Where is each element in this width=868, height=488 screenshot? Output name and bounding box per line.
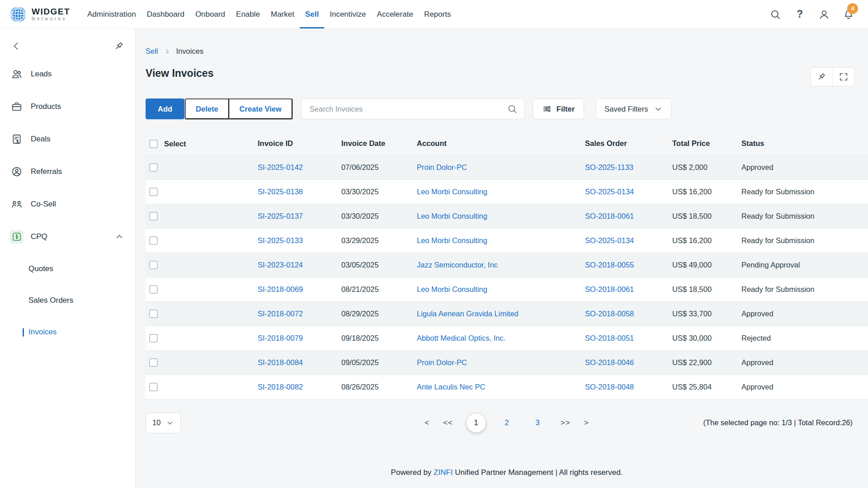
- row-checkbox[interactable]: [149, 285, 158, 294]
- invoice-id-link[interactable]: SI-2023-0124: [258, 261, 303, 269]
- account-link[interactable]: Proin Dolor-PC: [417, 163, 467, 171]
- first-page-button[interactable]: <<: [443, 418, 453, 427]
- account-link[interactable]: Leo Morbi Consulting: [417, 285, 487, 293]
- create-view-button[interactable]: Create View: [229, 99, 292, 119]
- next-page-button[interactable]: >: [584, 418, 589, 427]
- user-icon[interactable]: [818, 9, 830, 20]
- delete-button[interactable]: Delete: [185, 99, 229, 119]
- filter-button[interactable]: Filter: [533, 99, 584, 119]
- account-link[interactable]: Abbott Medical Optics, Inc.: [417, 334, 505, 342]
- status: Rejected: [741, 334, 771, 342]
- sales-order-link[interactable]: SO-2018-0055: [585, 261, 634, 269]
- status: Approved: [741, 383, 774, 391]
- saved-filters-button[interactable]: Saved Filters: [596, 99, 671, 119]
- invoice-id-link[interactable]: SI-2025-0137: [258, 212, 303, 220]
- sales-order-link[interactable]: SO-2018-0061: [585, 285, 634, 293]
- invoice-id-link[interactable]: SI-2018-0084: [258, 358, 303, 366]
- row-checkbox[interactable]: [149, 383, 158, 391]
- nav-item-dashboard[interactable]: Dashboard: [142, 0, 190, 28]
- sales-order-link[interactable]: SO-2025-0134: [585, 236, 634, 244]
- sidebar-item-invoices[interactable]: Invoices: [0, 316, 135, 348]
- row-checkbox[interactable]: [149, 334, 158, 343]
- row-checkbox[interactable]: [149, 163, 158, 172]
- invoice-id-link[interactable]: SI-2018-0079: [258, 334, 303, 342]
- search-input[interactable]: [310, 105, 507, 113]
- sidebar-item-label: Quotes: [28, 264, 53, 273]
- chevron-down-icon: [166, 419, 174, 427]
- row-checkbox[interactable]: [149, 236, 158, 245]
- row-checkbox[interactable]: [149, 261, 158, 269]
- sidebar-item-leads[interactable]: Leads: [0, 58, 135, 90]
- account-link[interactable]: Jazz Semiconductor, Inc: [417, 261, 498, 269]
- sales-order-link[interactable]: SO-2025-0134: [585, 188, 634, 196]
- page-size-select[interactable]: 10: [146, 413, 181, 433]
- invoice-row: SI-2018-008208/26/2025Ante Laculis Nec P…: [146, 375, 868, 399]
- sidebar-item-quotes[interactable]: Quotes: [0, 253, 135, 285]
- sales-order-link[interactable]: SO-2018-0051: [585, 334, 634, 342]
- pin-sidebar-icon[interactable]: [113, 41, 124, 52]
- invoice-id-link[interactable]: SI-2018-0069: [258, 285, 303, 293]
- column-header-select: Select: [146, 132, 254, 155]
- breadcrumb-parent[interactable]: Sell: [146, 47, 158, 56]
- invoice-id-link[interactable]: SI-2018-0082: [258, 383, 303, 391]
- invoice-id-link[interactable]: SI-2025-0133: [258, 236, 303, 244]
- sidebar-item-label: CPQ: [31, 232, 47, 241]
- sidebar-item-cpq[interactable]: CPQ: [0, 221, 135, 253]
- nav-item-onboard[interactable]: Onboard: [190, 0, 231, 28]
- nav-item-market[interactable]: Market: [265, 0, 300, 28]
- prev-page-button[interactable]: <: [425, 418, 429, 427]
- sales-order-link[interactable]: SO-2018-0046: [585, 358, 634, 366]
- account-link[interactable]: Leo Morbi Consulting: [417, 188, 487, 196]
- nav-item-reports[interactable]: Reports: [419, 0, 457, 28]
- pin-page-button[interactable]: [811, 68, 832, 86]
- select-all-checkbox[interactable]: [149, 140, 158, 148]
- brand-logo[interactable]: WIDGET Networks: [9, 0, 70, 28]
- account-link[interactable]: Ligula Aenean Gravida Limited: [417, 310, 519, 318]
- status: Ready for Submission: [741, 236, 814, 244]
- nav-item-incentivize[interactable]: Incentivize: [324, 0, 371, 28]
- sidebar-item-referrals[interactable]: Referrals: [0, 155, 135, 188]
- bell-icon[interactable]: 4: [843, 9, 854, 20]
- nav-item-administration[interactable]: Administration: [82, 0, 142, 28]
- invoice-id-link[interactable]: SI-2025-0142: [258, 163, 303, 171]
- sales-order-link[interactable]: SO-2018-0048: [585, 383, 634, 391]
- invoice-id-link[interactable]: SI-2018-0072: [258, 310, 303, 318]
- invoice-id-link[interactable]: SI-2025-0138: [258, 188, 303, 196]
- search-icon[interactable]: [769, 9, 781, 20]
- invoice-date: 08/21/2025: [341, 285, 379, 293]
- next-group-button[interactable]: >>: [561, 418, 571, 427]
- footer-brand-link[interactable]: ZINFI: [434, 468, 453, 477]
- account-link[interactable]: Leo Morbi Consulting: [417, 236, 487, 244]
- total-price: US$ 16,200: [672, 188, 712, 196]
- account-link[interactable]: Proin Dolor-PC: [417, 358, 467, 366]
- account-link[interactable]: Leo Morbi Consulting: [417, 212, 487, 220]
- invoice-row: SI-2025-013303/29/2025Leo Morbi Consulti…: [146, 228, 868, 253]
- sidebar-item-sales-orders[interactable]: Sales Orders: [0, 285, 135, 316]
- collapse-sidebar-icon[interactable]: [11, 41, 22, 52]
- column-header-invoice-id: Invoice ID: [254, 132, 338, 155]
- account-link[interactable]: Ante Laculis Nec PC: [417, 383, 485, 391]
- page-button-3[interactable]: 3: [528, 413, 547, 432]
- sales-order-link[interactable]: SO-2025-1133: [585, 163, 633, 171]
- row-checkbox[interactable]: [149, 358, 158, 367]
- add-button[interactable]: Add: [146, 99, 184, 119]
- sidebar-item-co-sell[interactable]: Co-Sell: [0, 188, 135, 221]
- nav-item-enable[interactable]: Enable: [231, 0, 265, 28]
- nav-item-sell[interactable]: Sell: [300, 0, 324, 28]
- saved-filters-label: Saved Filters: [604, 105, 648, 113]
- nav-item-accelerate[interactable]: Accelerate: [372, 0, 419, 28]
- search-icon[interactable]: [507, 103, 518, 114]
- page-button-2[interactable]: 2: [497, 413, 516, 432]
- row-checkbox[interactable]: [149, 212, 158, 221]
- row-checkbox[interactable]: [149, 188, 158, 196]
- sidebar-item-products[interactable]: Products: [0, 90, 135, 123]
- row-checkbox[interactable]: [149, 310, 158, 318]
- page-button-1[interactable]: 1: [467, 413, 486, 432]
- invoice-date: 03/29/2025: [341, 236, 379, 244]
- sidebar-item-deals[interactable]: Deals: [0, 123, 135, 155]
- sales-order-link[interactable]: SO-2018-0058: [585, 310, 634, 318]
- fullscreen-button[interactable]: [832, 68, 854, 86]
- sales-order-link[interactable]: SO-2018-0061: [585, 212, 634, 220]
- help-icon[interactable]: ?: [794, 9, 806, 20]
- footer: Powered by ZINFI Unified Partner Managem…: [146, 461, 868, 488]
